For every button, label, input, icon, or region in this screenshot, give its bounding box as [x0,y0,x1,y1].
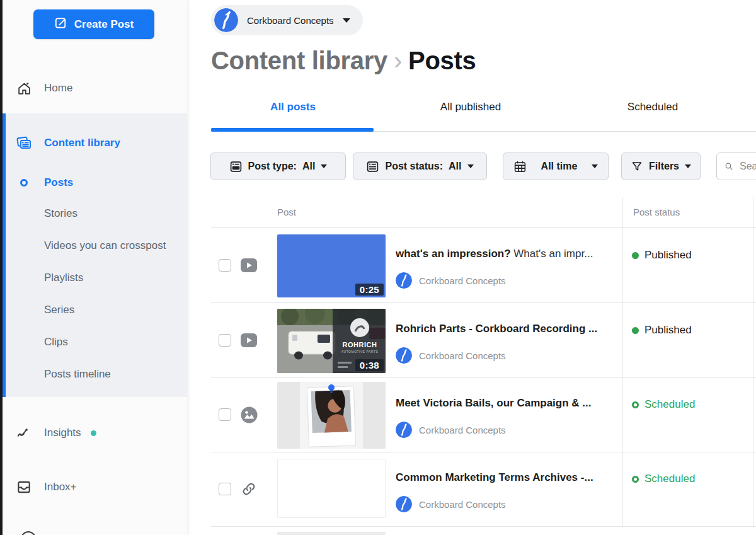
main-content: Corkboard Concepts Content library›Posts… [187,0,756,535]
chevron-down-icon [467,164,474,168]
breadcrumb-parent[interactable]: Content library [211,47,387,74]
search-input[interactable] [740,161,756,172]
posts-active-bullet [20,179,28,187]
post-title[interactable]: Meet Victoria Bails, our Campaign & ... [396,397,617,410]
sidebar-item-content-library-label: Content library [44,137,120,149]
compose-icon [54,16,67,33]
post-status-label: Post status: [385,161,443,172]
published-dot-icon [632,252,639,259]
sidebar-item-videos-crosspost[interactable]: Videos you can crosspost [44,239,166,252]
sidebar-item-stories[interactable]: Stories [44,207,77,220]
post-type-value: All [302,161,315,172]
table-row[interactable]: 0:25 what's an impression? What's an imp… [187,228,756,302]
sidebar-item-home[interactable]: Home [3,79,187,98]
post-thumbnail[interactable] [277,382,386,449]
post-thumbnail[interactable]: ROHRICH AUTOMOTIVE PARTS 0:38 [277,309,386,373]
create-post-button[interactable]: Create Post [33,9,154,39]
sidebar-item-insights-label: Insights [44,427,81,439]
calendar-icon [513,160,527,173]
sidebar: Create Post Home [3,0,187,535]
chevron-down-icon [343,18,350,23]
page-name: Corkboard Concepts [419,275,506,286]
status-badge: Published [632,324,692,337]
table-header-divider [211,227,756,227]
sidebar-item-insights[interactable]: Insights [3,423,187,442]
post-status-icon [366,160,379,173]
post-page: Corkboard Concepts [396,496,506,512]
account-selector[interactable]: Corkboard Concepts [211,5,363,35]
row-divider [211,526,756,527]
rohrich-logo-text: ROHRICH [343,341,377,348]
post-status-filter-button[interactable]: Post status: All [353,152,487,180]
status-badge: Published [632,249,692,262]
post-thumbnail[interactable]: 0:25 [277,234,386,297]
scheduled-ring-icon [632,476,639,483]
creator-studio-screen: Create Post Home [0,0,756,535]
sidebar-item-inbox[interactable]: Inbox+ [3,478,187,497]
post-type-filter-button[interactable]: Post type: All [210,152,346,180]
search-box[interactable] [716,152,756,180]
active-tab-indicator [211,128,374,132]
post-title[interactable]: what's an impression? What's an impr... [396,248,617,260]
page-name: Corkboard Concepts [419,499,506,510]
table-row[interactable]: Common Marketing Terms Archives -... Cor… [187,452,756,526]
page-name: Corkboard Concepts [419,425,506,435]
row-checkbox[interactable] [219,408,231,421]
sidebar-item-series[interactable]: Series [44,304,74,316]
row-checkbox[interactable] [219,483,231,495]
page-name: Corkboard Concepts [419,350,506,361]
content-library-icon [16,135,32,151]
post-type-label: Post type: [248,161,297,172]
filters-button[interactable]: Filters [621,152,701,180]
post-title[interactable]: Common Marketing Terms Archives -... [396,471,617,484]
active-section-accent [3,113,6,397]
chevron-down-icon [592,164,598,168]
table-row[interactable]: Meet Victoria Bails, our Campaign & ... … [187,377,756,452]
insights-notification-dot [91,430,96,436]
account-avatar [214,8,238,32]
account-name: Corkboard Concepts [247,15,334,26]
scheduled-ring-icon [632,401,639,408]
post-thumbnail[interactable] [277,459,386,518]
status-badge: Scheduled [632,473,695,485]
post-type-icon [229,160,243,173]
post-status-value: All [449,161,461,172]
tab-scheduled[interactable]: Scheduled [627,101,678,113]
photo-icon [240,407,258,422]
page-avatar [396,422,412,438]
column-header-post: Post [277,207,296,217]
row-checkbox[interactable] [219,259,231,272]
chevron-down-icon [685,164,691,168]
tab-all-published[interactable]: All published [440,101,501,113]
video-duration-badge: 0:25 [355,284,384,296]
time-range-filter-button[interactable]: All time [503,152,609,180]
next-row-thumbnail-partial [277,532,386,535]
filters-label: Filters [649,161,679,172]
page-avatar [396,347,412,364]
rohrich-sub-text: AUTOMOTIVE PARTS [341,350,379,354]
create-post-label: Create Post [74,18,134,31]
column-header-post-status: Post status [633,207,680,217]
post-page: Corkboard Concepts [396,347,506,364]
row-checkbox[interactable] [219,334,231,347]
sidebar-item-posts-label: Posts [44,176,73,189]
sidebar-item-clips[interactable]: Clips [44,336,68,348]
table-row[interactable]: ROHRICH AUTOMOTIVE PARTS 0:38 Rohrich Pa… [187,303,756,377]
sidebar-item-playlists[interactable]: Playlists [44,272,83,284]
tab-all-posts[interactable]: All posts [270,101,316,113]
post-title[interactable]: Rohrich Parts - Corkboard Recording ... [396,323,617,335]
page-title: Posts [408,47,476,74]
published-dot-icon [632,327,639,334]
content-library-section [3,113,187,397]
sidebar-item-posts-timeline[interactable]: Posts timeline [44,368,111,381]
post-page: Corkboard Concepts [396,272,506,289]
home-icon [16,80,32,96]
funnel-icon [631,160,643,173]
sidebar-item-inbox-label: Inbox+ [44,481,77,493]
search-icon [724,160,733,173]
sidebar-item-posts[interactable]: Posts [3,173,187,192]
link-icon [240,481,258,497]
page-avatar [396,272,412,289]
inbox-icon [16,479,32,495]
sidebar-item-content-library[interactable]: Content library [3,134,187,152]
